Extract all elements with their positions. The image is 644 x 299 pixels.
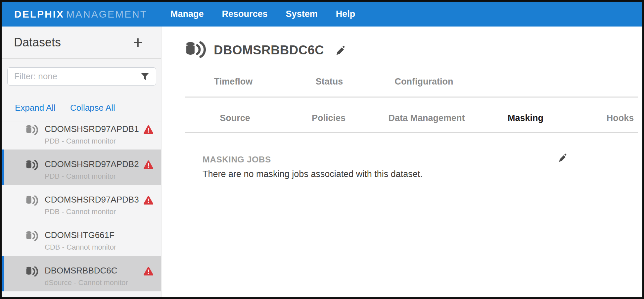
page-title: DBOMSRBBDC6C xyxy=(214,43,324,57)
warning-triangle-icon xyxy=(143,160,154,171)
tab-source[interactable]: Source xyxy=(220,113,250,123)
dataset-name: CDOMSHSRD97APDB2 xyxy=(45,159,139,169)
dataset-detail-panel: DBOMSRBBDC6C Timeflow Status Configurati… xyxy=(161,27,642,297)
nav-item-manage[interactable]: Manage xyxy=(170,9,204,19)
dataset-name: CDOMSHSRD97APDB1 xyxy=(45,124,139,134)
delphix-logo: DELPHIXMANAGEMENT xyxy=(14,9,170,20)
dataset-status: PDB - Cannot monitor xyxy=(45,208,139,216)
nav-item-help[interactable]: Help xyxy=(336,9,355,19)
tab-policies[interactable]: Policies xyxy=(312,113,345,123)
tab-data-management[interactable]: Data Management xyxy=(388,113,465,123)
dataset-name: CDOMSHSRD97APDB3 xyxy=(45,195,139,204)
secondary-tabs-divider xyxy=(185,132,638,133)
masking-empty-message: There are no masking jobs associated wit… xyxy=(203,169,423,179)
dataset-status: PDB - Cannot monitor xyxy=(45,172,139,181)
filter-funnel-icon[interactable] xyxy=(141,73,149,81)
dsource-db-icon xyxy=(25,231,39,243)
dataset-row[interactable]: CDOMSHTG661F CDB - Cannot monitor xyxy=(2,220,161,256)
expand-all-link[interactable]: Expand All xyxy=(15,103,56,113)
dsource-db-icon xyxy=(25,195,39,207)
top-nav-bar: DELPHIXMANAGEMENT Manage Resources Syste… xyxy=(2,2,642,27)
primary-tabs-divider xyxy=(185,96,638,98)
dataset-status: CDB - Cannot monitor xyxy=(45,243,116,252)
nav-menu: Manage Resources System Help xyxy=(170,9,355,19)
tab-timeflow[interactable]: Timeflow xyxy=(214,77,253,87)
nav-item-system[interactable]: System xyxy=(286,9,318,19)
collapse-all-link[interactable]: Collapse All xyxy=(70,103,115,113)
warning-triangle-icon xyxy=(143,267,154,277)
brand-primary: DELPHIX xyxy=(14,9,64,20)
brand-secondary: MANAGEMENT xyxy=(66,9,147,20)
tab-masking[interactable]: Masking xyxy=(508,113,543,123)
edit-masking-pencil-icon[interactable] xyxy=(558,153,568,164)
tab-configuration[interactable]: Configuration xyxy=(395,77,453,87)
dataset-name: DBOMSRBBDC6C xyxy=(45,266,128,275)
filter-input[interactable] xyxy=(14,71,141,82)
dsource-db-icon xyxy=(25,160,39,172)
nav-item-resources[interactable]: Resources xyxy=(222,9,268,19)
dataset-name: CDOMSHTG661F xyxy=(45,230,116,240)
tab-status[interactable]: Status xyxy=(316,77,343,87)
filter-box[interactable] xyxy=(7,67,156,86)
dataset-row[interactable]: CDOMSHSRD97APDB3 PDB - Cannot monitor xyxy=(2,185,161,220)
datasets-sidebar: Datasets + Expand All Collapse All xyxy=(2,27,161,297)
add-dataset-button[interactable]: + xyxy=(133,36,143,49)
sidebar-title: Datasets xyxy=(14,35,61,49)
dsource-db-icon xyxy=(185,41,206,59)
warning-triangle-icon xyxy=(143,125,154,136)
dataset-status: PDB - Cannot monitor xyxy=(45,137,139,146)
dsource-db-icon xyxy=(25,266,39,278)
dsource-db-icon xyxy=(25,125,39,137)
dataset-row[interactable]: DBOMSRBBDC6C dSource - Cannot monitor xyxy=(2,256,161,291)
dataset-row[interactable]: CDOMSHSRD97APDB2 PDB - Cannot monitor xyxy=(2,150,161,185)
tree-controls: Expand All Collapse All xyxy=(15,103,161,113)
masking-jobs-heading: MASKING JOBS xyxy=(203,154,271,165)
dataset-status: dSource - Cannot monitor xyxy=(45,278,128,287)
sidebar-header: Datasets + xyxy=(2,27,161,59)
dataset-row[interactable]: CDOMSHSRD97APDB1 PDB - Cannot monitor xyxy=(2,122,161,150)
edit-title-pencil-icon[interactable] xyxy=(335,45,346,57)
tab-hooks[interactable]: Hooks xyxy=(607,113,634,123)
warning-triangle-icon xyxy=(143,196,154,206)
